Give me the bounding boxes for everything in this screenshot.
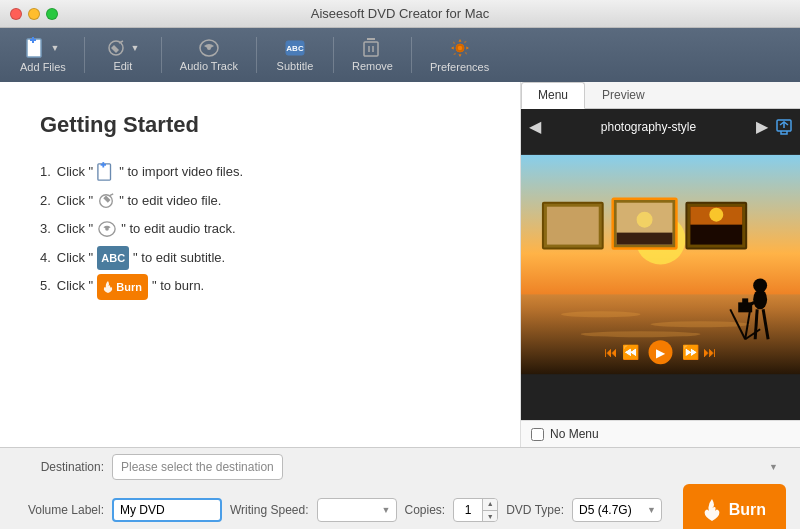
destination-row: Destination: Please select the destinati… bbox=[14, 454, 786, 480]
toolbar-separator-4 bbox=[333, 37, 334, 73]
no-menu-row: No Menu bbox=[521, 420, 800, 447]
add-files-button[interactable]: ▼ Add Files bbox=[10, 33, 76, 77]
writing-speed-wrapper bbox=[317, 498, 397, 522]
remove-icon bbox=[362, 38, 382, 58]
svg-point-21 bbox=[105, 228, 109, 232]
toolbar: ▼ Add Files ▼ Edit Audio Track bbox=[0, 28, 800, 82]
remove-button[interactable]: Remove bbox=[342, 34, 403, 76]
title-bar: Aiseesoft DVD Creator for Mac bbox=[0, 0, 800, 28]
step-5: 5. Click " Burn " to burn. bbox=[40, 272, 480, 301]
no-menu-checkbox[interactable] bbox=[531, 428, 544, 441]
volume-input[interactable] bbox=[112, 498, 222, 522]
preview-tabs: Menu Preview bbox=[521, 82, 800, 109]
dvd-preview-area: ◀ photography-style ▶ bbox=[521, 109, 800, 420]
toolbar-separator-5 bbox=[411, 37, 412, 73]
destination-select[interactable]: Please select the destination bbox=[112, 454, 283, 480]
close-button[interactable] bbox=[10, 8, 22, 20]
volume-label: Volume Label: bbox=[14, 503, 104, 517]
burn-flame-icon bbox=[703, 499, 721, 521]
step-2-icon bbox=[97, 192, 115, 210]
dvd-type-label: DVD Type: bbox=[506, 503, 564, 517]
subtitle-icon: ABC bbox=[284, 38, 306, 58]
preferences-button[interactable]: Preferences bbox=[420, 33, 499, 77]
step-3-icon bbox=[97, 220, 117, 238]
copies-control: 1 ▲ ▼ bbox=[453, 498, 498, 522]
svg-rect-31 bbox=[547, 207, 599, 245]
burn-button[interactable]: Burn bbox=[683, 484, 786, 529]
edit-icon bbox=[106, 38, 126, 58]
step-3: 3. Click " " to edit audio track. bbox=[40, 215, 480, 244]
svg-text:⏭: ⏭ bbox=[703, 344, 717, 360]
writing-speed-label: Writing Speed: bbox=[230, 503, 309, 517]
step-4: 4. Click " ABC " to edit subtitle. bbox=[40, 244, 480, 273]
svg-point-6 bbox=[207, 46, 211, 50]
svg-rect-35 bbox=[617, 233, 673, 245]
window-controls bbox=[10, 8, 58, 20]
burn-badge: Burn bbox=[97, 274, 148, 300]
svg-rect-9 bbox=[364, 42, 378, 56]
style-name: photography-style bbox=[601, 120, 696, 134]
svg-point-34 bbox=[637, 212, 653, 228]
copies-label: Copies: bbox=[405, 503, 446, 517]
svg-point-39 bbox=[709, 208, 723, 222]
tab-menu[interactable]: Menu bbox=[521, 82, 585, 109]
step-1-icon bbox=[97, 162, 115, 182]
minimize-button[interactable] bbox=[28, 8, 40, 20]
svg-line-48 bbox=[755, 309, 757, 339]
prev-style-button[interactable]: ◀ bbox=[529, 117, 541, 136]
audio-track-icon bbox=[198, 38, 220, 58]
svg-point-46 bbox=[753, 278, 767, 292]
svg-text:⏮: ⏮ bbox=[604, 344, 618, 360]
svg-point-14 bbox=[457, 45, 463, 51]
copies-increment-button[interactable]: ▲ bbox=[483, 498, 497, 511]
subtitle-badge: ABC bbox=[97, 246, 129, 270]
burn-flame-icon bbox=[103, 281, 113, 293]
settings-row: Volume Label: Writing Speed: Copies: 1 ▲… bbox=[14, 484, 786, 529]
svg-point-28 bbox=[651, 321, 751, 327]
svg-text:⏩: ⏩ bbox=[682, 344, 700, 361]
svg-text:ABC: ABC bbox=[286, 44, 304, 53]
edit-button[interactable]: ▼ Edit bbox=[93, 34, 153, 76]
step-2: 2. Click " " to edit video file. bbox=[40, 187, 480, 216]
tab-preview[interactable]: Preview bbox=[585, 82, 662, 108]
export-icon[interactable] bbox=[776, 119, 792, 135]
left-panel: Getting Started 1. Click " " to import v… bbox=[0, 82, 520, 447]
maximize-button[interactable] bbox=[46, 8, 58, 20]
next-style-button[interactable]: ▶ bbox=[756, 117, 768, 136]
writing-speed-select[interactable] bbox=[317, 498, 397, 522]
svg-text:⏪: ⏪ bbox=[622, 344, 640, 361]
subtitle-button[interactable]: ABC Subtitle bbox=[265, 34, 325, 76]
destination-select-wrapper: Please select the destination bbox=[112, 454, 786, 480]
toolbar-separator-3 bbox=[256, 37, 257, 73]
bottom-bar: Destination: Please select the destinati… bbox=[0, 447, 800, 529]
step-1: 1. Click " " to import video files. bbox=[40, 158, 480, 187]
toolbar-separator-2 bbox=[161, 37, 162, 73]
svg-point-27 bbox=[561, 311, 641, 317]
toolbar-separator bbox=[84, 37, 85, 73]
right-panel: Menu Preview ◀ photography-style ▶ bbox=[520, 82, 800, 447]
svg-line-19 bbox=[110, 194, 114, 196]
add-files-icon bbox=[26, 37, 46, 59]
steps-list: 1. Click " " to import video files. 2. C… bbox=[40, 158, 480, 301]
window-title: Aiseesoft DVD Creator for Mac bbox=[311, 6, 489, 21]
preferences-icon bbox=[449, 37, 471, 59]
copies-decrement-button[interactable]: ▼ bbox=[483, 511, 497, 523]
svg-point-29 bbox=[581, 331, 701, 337]
svg-text:▶: ▶ bbox=[656, 346, 666, 360]
destination-label: Destination: bbox=[14, 460, 104, 474]
dvd-type-wrapper: D5 (4.7G) bbox=[572, 498, 662, 522]
svg-rect-44 bbox=[742, 298, 748, 303]
burn-label: Burn bbox=[729, 501, 766, 519]
copies-value: 1 bbox=[454, 503, 482, 517]
dvd-type-select[interactable]: D5 (4.7G) bbox=[572, 498, 662, 522]
preview-nav: ◀ photography-style ▶ bbox=[521, 117, 800, 136]
audio-track-button[interactable]: Audio Track bbox=[170, 34, 248, 76]
main-area: Getting Started 1. Click " " to import v… bbox=[0, 82, 800, 447]
no-menu-label: No Menu bbox=[550, 427, 599, 441]
preview-scene: ⏮ ⏪ ▶ ⏩ ⏭ bbox=[521, 109, 800, 420]
getting-started-title: Getting Started bbox=[40, 112, 480, 138]
